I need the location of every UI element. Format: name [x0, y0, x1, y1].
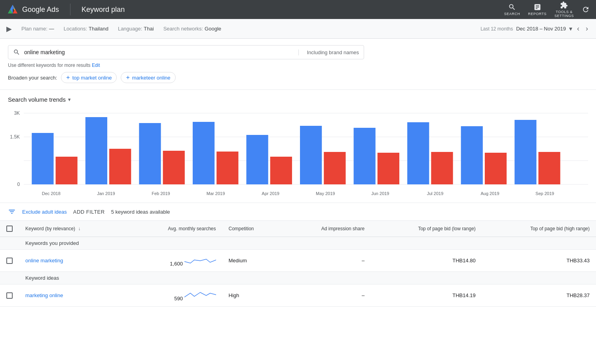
refresh-icon — [582, 6, 590, 13]
svg-text:0: 0 — [17, 182, 20, 187]
network-label: Search networks: — [163, 26, 203, 32]
tools-nav-button[interactable]: TOOLS &SETTINGS — [554, 1, 574, 18]
bar-jul19-red — [431, 152, 453, 184]
row-checkbox-1[interactable] — [6, 292, 13, 299]
competition-column-header: Competition — [222, 221, 283, 237]
ad-impression-cell-1: – — [282, 284, 371, 307]
bar-dec18-red — [55, 157, 77, 184]
bar-aug19-red — [485, 153, 507, 184]
reports-icon — [533, 3, 541, 11]
chart-label-sep19: Sep 2019 — [527, 191, 563, 196]
broaden-chip-1[interactable]: + marketeer online — [121, 72, 175, 83]
chart-header[interactable]: Search volume trends ▾ — [8, 96, 588, 103]
broaden-label: Broaden your search: — [8, 75, 57, 81]
nav-right: SEARCH REPORTS TOOLS &SETTINGS — [504, 1, 590, 18]
location-item: Locations: Thailand — [64, 26, 108, 32]
suggestion-text: Use different keywords for more results … — [8, 59, 588, 68]
chart-dropdown-icon: ▾ — [68, 97, 71, 102]
keyword-column-header[interactable]: Keyword (by relevance) ↓ — [19, 221, 126, 237]
table-section: Keyword (by relevance) ↓ Avg. monthly se… — [0, 221, 596, 307]
search-bar-icon — [13, 49, 20, 56]
reports-nav-button[interactable]: REPORTS — [528, 3, 547, 16]
section-provided-header: Keywords you provided — [0, 237, 596, 250]
bid-low-column-header: Top of page bid (low range) — [371, 221, 482, 237]
ad-impression-cell-0: – — [282, 250, 371, 272]
monthly-column-header: Avg. monthly searches — [126, 221, 222, 237]
select-all-header[interactable] — [0, 221, 19, 237]
chart-label-jan19: Jan 2019 — [88, 191, 124, 196]
bar-dec18-blue — [32, 133, 53, 184]
row-checkbox-cell-0[interactable] — [0, 250, 19, 272]
plan-name-value: — — [49, 26, 54, 32]
top-navigation: Google Ads Keyword plan SEARCH REPORTS T… — [0, 0, 596, 19]
broaden-chip-label-1: marketeer online — [132, 75, 171, 81]
svg-text:1.5K: 1.5K — [10, 134, 20, 140]
network-item: Search networks: Google — [163, 26, 221, 32]
plan-toolbar: ▶ Plan name: — Locations: Thailand Langu… — [0, 19, 596, 39]
row-checkbox-cell-1[interactable] — [0, 284, 19, 307]
tools-nav-label: TOOLS &SETTINGS — [554, 10, 574, 18]
competition-cell-0: Medium — [222, 250, 283, 272]
bid-high-column-header: Top of page bid (high range) — [482, 221, 596, 237]
table-header-row: Keyword (by relevance) ↓ Avg. monthly se… — [0, 221, 596, 237]
row-checkbox-0[interactable] — [6, 258, 13, 264]
search-nav-button[interactable]: SEARCH — [504, 3, 520, 16]
bar-mar19-blue — [193, 122, 214, 184]
date-prev-button[interactable]: ‹ — [575, 23, 581, 34]
select-all-checkbox[interactable] — [6, 226, 13, 232]
brand-names-label: Including brand names — [298, 49, 359, 55]
date-range-label: Last 12 months — [480, 26, 513, 32]
bar-apr19-blue — [246, 135, 268, 184]
tools-icon — [560, 1, 568, 9]
plan-name-label: Plan name: — [21, 26, 47, 32]
chart-label-dec18: Dec 2018 — [33, 191, 69, 196]
bid-high-cell-0: THB33.43 — [482, 250, 596, 272]
bar-aug19-blue — [461, 126, 483, 184]
google-ads-logo: Google Ads — [6, 3, 59, 16]
keyword-name-1[interactable]: marketing online — [25, 292, 63, 298]
date-next-button[interactable]: › — [584, 23, 590, 34]
sparkline-0 — [184, 254, 216, 265]
chart-label-aug19: Aug 2019 — [472, 191, 508, 196]
competition-cell-1: High — [222, 284, 283, 307]
bar-jun19-blue — [354, 128, 376, 184]
plus-icon-1: + — [126, 74, 129, 81]
toolbar-expand-btn[interactable]: ▶ — [6, 25, 12, 33]
bar-mar19-red — [216, 152, 238, 184]
nav-left: Google Ads Keyword plan — [6, 3, 125, 16]
search-nav-label: SEARCH — [504, 12, 520, 16]
monthly-cell-0: 1,600 — [126, 250, 222, 272]
chart-label-feb19: Feb 2019 — [143, 191, 178, 196]
bar-feb19-red — [163, 151, 185, 184]
search-icon — [508, 3, 516, 11]
bar-apr19-red — [270, 157, 292, 184]
broaden-chip-0[interactable]: + top market online — [61, 72, 117, 83]
bar-sep19-blue — [514, 120, 536, 184]
refresh-button[interactable] — [582, 6, 590, 13]
keyword-search-input[interactable] — [24, 49, 298, 55]
location-label: Locations: — [64, 26, 87, 32]
chart-label-jul19: Jul 2019 — [417, 191, 453, 196]
date-range-selector[interactable]: Last 12 months Dec 2018 – Nov 2019 ▾ ‹ › — [480, 23, 590, 34]
bar-feb19-blue — [139, 123, 161, 184]
chart-label-jun19: Jun 2019 — [363, 191, 398, 196]
exclude-adult-link[interactable]: Exclude adult ideas — [22, 209, 67, 215]
search-section: Including brand names Use different keyw… — [0, 39, 596, 90]
keyword-count: 5 keyword ideas available — [111, 209, 170, 215]
table-row: marketing online 590 High – THB14.19 THB… — [0, 284, 596, 307]
chart-section: Search volume trends ▾ 3K 1.5K 0 — [0, 90, 596, 203]
nav-divider — [70, 4, 70, 15]
svg-text:3K: 3K — [14, 110, 20, 116]
broaden-chip-label-0: top market online — [72, 75, 112, 81]
keyword-name-0[interactable]: online marketing — [25, 258, 63, 264]
app-name: Google Ads — [22, 6, 59, 14]
plus-icon-0: + — [66, 74, 70, 81]
bar-jun19-red — [378, 153, 399, 184]
bar-may19-blue — [300, 126, 322, 184]
ad-impression-column-header: Ad impression share — [282, 221, 371, 237]
edit-link[interactable]: Edit — [92, 63, 100, 68]
monthly-value-1: 590 — [174, 296, 183, 301]
add-filter-button[interactable]: ADD FILTER — [73, 209, 105, 215]
bid-low-cell-1: THB14.19 — [371, 284, 482, 307]
bid-low-cell-0: THB14.80 — [371, 250, 482, 272]
